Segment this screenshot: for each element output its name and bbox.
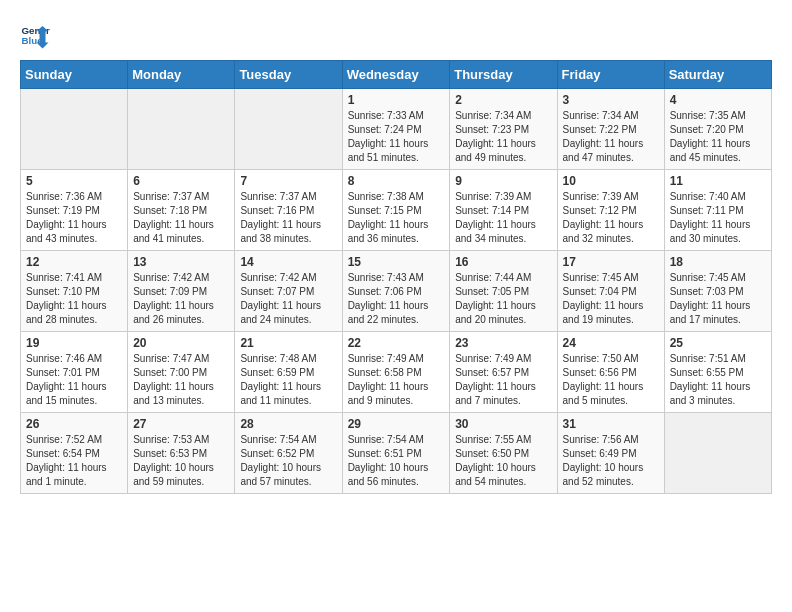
week-row-4: 19Sunrise: 7:46 AM Sunset: 7:01 PM Dayli… [21, 332, 772, 413]
day-info: Sunrise: 7:47 AM Sunset: 7:00 PM Dayligh… [133, 352, 229, 408]
day-number: 5 [26, 174, 122, 188]
day-info: Sunrise: 7:56 AM Sunset: 6:49 PM Dayligh… [563, 433, 659, 489]
calendar-cell: 5Sunrise: 7:36 AM Sunset: 7:19 PM Daylig… [21, 170, 128, 251]
calendar-cell: 19Sunrise: 7:46 AM Sunset: 7:01 PM Dayli… [21, 332, 128, 413]
day-info: Sunrise: 7:52 AM Sunset: 6:54 PM Dayligh… [26, 433, 122, 489]
day-number: 28 [240, 417, 336, 431]
calendar-cell: 13Sunrise: 7:42 AM Sunset: 7:09 PM Dayli… [128, 251, 235, 332]
calendar-cell: 2Sunrise: 7:34 AM Sunset: 7:23 PM Daylig… [450, 89, 557, 170]
day-number: 21 [240, 336, 336, 350]
calendar-cell [235, 89, 342, 170]
calendar-cell: 30Sunrise: 7:55 AM Sunset: 6:50 PM Dayli… [450, 413, 557, 494]
calendar-cell: 6Sunrise: 7:37 AM Sunset: 7:18 PM Daylig… [128, 170, 235, 251]
calendar-cell: 7Sunrise: 7:37 AM Sunset: 7:16 PM Daylig… [235, 170, 342, 251]
calendar-cell: 8Sunrise: 7:38 AM Sunset: 7:15 PM Daylig… [342, 170, 450, 251]
day-header-sunday: Sunday [21, 61, 128, 89]
day-info: Sunrise: 7:37 AM Sunset: 7:18 PM Dayligh… [133, 190, 229, 246]
day-number: 11 [670, 174, 766, 188]
week-row-5: 26Sunrise: 7:52 AM Sunset: 6:54 PM Dayli… [21, 413, 772, 494]
day-number: 22 [348, 336, 445, 350]
day-info: Sunrise: 7:34 AM Sunset: 7:23 PM Dayligh… [455, 109, 551, 165]
week-row-3: 12Sunrise: 7:41 AM Sunset: 7:10 PM Dayli… [21, 251, 772, 332]
day-info: Sunrise: 7:40 AM Sunset: 7:11 PM Dayligh… [670, 190, 766, 246]
calendar-cell: 15Sunrise: 7:43 AM Sunset: 7:06 PM Dayli… [342, 251, 450, 332]
calendar-cell [21, 89, 128, 170]
day-header-monday: Monday [128, 61, 235, 89]
day-info: Sunrise: 7:42 AM Sunset: 7:07 PM Dayligh… [240, 271, 336, 327]
day-info: Sunrise: 7:35 AM Sunset: 7:20 PM Dayligh… [670, 109, 766, 165]
calendar-cell: 4Sunrise: 7:35 AM Sunset: 7:20 PM Daylig… [664, 89, 771, 170]
day-number: 17 [563, 255, 659, 269]
day-number: 31 [563, 417, 659, 431]
calendar-cell: 29Sunrise: 7:54 AM Sunset: 6:51 PM Dayli… [342, 413, 450, 494]
day-number: 26 [26, 417, 122, 431]
calendar-cell: 25Sunrise: 7:51 AM Sunset: 6:55 PM Dayli… [664, 332, 771, 413]
day-number: 20 [133, 336, 229, 350]
day-header-thursday: Thursday [450, 61, 557, 89]
day-header-friday: Friday [557, 61, 664, 89]
calendar-cell: 10Sunrise: 7:39 AM Sunset: 7:12 PM Dayli… [557, 170, 664, 251]
logo: General Blue [20, 20, 50, 50]
calendar-cell: 3Sunrise: 7:34 AM Sunset: 7:22 PM Daylig… [557, 89, 664, 170]
day-number: 10 [563, 174, 659, 188]
calendar-cell: 16Sunrise: 7:44 AM Sunset: 7:05 PM Dayli… [450, 251, 557, 332]
calendar-cell [128, 89, 235, 170]
calendar-cell: 1Sunrise: 7:33 AM Sunset: 7:24 PM Daylig… [342, 89, 450, 170]
calendar-cell: 14Sunrise: 7:42 AM Sunset: 7:07 PM Dayli… [235, 251, 342, 332]
day-number: 3 [563, 93, 659, 107]
day-info: Sunrise: 7:51 AM Sunset: 6:55 PM Dayligh… [670, 352, 766, 408]
day-info: Sunrise: 7:39 AM Sunset: 7:14 PM Dayligh… [455, 190, 551, 246]
day-info: Sunrise: 7:41 AM Sunset: 7:10 PM Dayligh… [26, 271, 122, 327]
calendar-cell: 22Sunrise: 7:49 AM Sunset: 6:58 PM Dayli… [342, 332, 450, 413]
calendar-cell: 24Sunrise: 7:50 AM Sunset: 6:56 PM Dayli… [557, 332, 664, 413]
day-info: Sunrise: 7:43 AM Sunset: 7:06 PM Dayligh… [348, 271, 445, 327]
calendar-cell: 18Sunrise: 7:45 AM Sunset: 7:03 PM Dayli… [664, 251, 771, 332]
calendar-cell: 26Sunrise: 7:52 AM Sunset: 6:54 PM Dayli… [21, 413, 128, 494]
day-number: 7 [240, 174, 336, 188]
logo-icon: General Blue [20, 20, 50, 50]
day-info: Sunrise: 7:55 AM Sunset: 6:50 PM Dayligh… [455, 433, 551, 489]
calendar-cell: 23Sunrise: 7:49 AM Sunset: 6:57 PM Dayli… [450, 332, 557, 413]
day-number: 15 [348, 255, 445, 269]
day-number: 1 [348, 93, 445, 107]
day-number: 16 [455, 255, 551, 269]
day-info: Sunrise: 7:46 AM Sunset: 7:01 PM Dayligh… [26, 352, 122, 408]
day-info: Sunrise: 7:48 AM Sunset: 6:59 PM Dayligh… [240, 352, 336, 408]
day-number: 24 [563, 336, 659, 350]
day-info: Sunrise: 7:33 AM Sunset: 7:24 PM Dayligh… [348, 109, 445, 165]
calendar-cell: 12Sunrise: 7:41 AM Sunset: 7:10 PM Dayli… [21, 251, 128, 332]
day-info: Sunrise: 7:37 AM Sunset: 7:16 PM Dayligh… [240, 190, 336, 246]
day-info: Sunrise: 7:45 AM Sunset: 7:03 PM Dayligh… [670, 271, 766, 327]
day-number: 27 [133, 417, 229, 431]
calendar-body: 1Sunrise: 7:33 AM Sunset: 7:24 PM Daylig… [21, 89, 772, 494]
calendar-table: SundayMondayTuesdayWednesdayThursdayFrid… [20, 60, 772, 494]
day-info: Sunrise: 7:42 AM Sunset: 7:09 PM Dayligh… [133, 271, 229, 327]
day-number: 30 [455, 417, 551, 431]
day-info: Sunrise: 7:34 AM Sunset: 7:22 PM Dayligh… [563, 109, 659, 165]
day-info: Sunrise: 7:49 AM Sunset: 6:57 PM Dayligh… [455, 352, 551, 408]
day-info: Sunrise: 7:39 AM Sunset: 7:12 PM Dayligh… [563, 190, 659, 246]
day-info: Sunrise: 7:53 AM Sunset: 6:53 PM Dayligh… [133, 433, 229, 489]
day-number: 13 [133, 255, 229, 269]
calendar-cell: 20Sunrise: 7:47 AM Sunset: 7:00 PM Dayli… [128, 332, 235, 413]
calendar-header-row: SundayMondayTuesdayWednesdayThursdayFrid… [21, 61, 772, 89]
day-number: 29 [348, 417, 445, 431]
day-info: Sunrise: 7:54 AM Sunset: 6:52 PM Dayligh… [240, 433, 336, 489]
day-info: Sunrise: 7:54 AM Sunset: 6:51 PM Dayligh… [348, 433, 445, 489]
week-row-2: 5Sunrise: 7:36 AM Sunset: 7:19 PM Daylig… [21, 170, 772, 251]
day-info: Sunrise: 7:38 AM Sunset: 7:15 PM Dayligh… [348, 190, 445, 246]
day-info: Sunrise: 7:45 AM Sunset: 7:04 PM Dayligh… [563, 271, 659, 327]
header: General Blue [20, 20, 772, 50]
day-number: 9 [455, 174, 551, 188]
day-number: 4 [670, 93, 766, 107]
calendar-cell [664, 413, 771, 494]
day-number: 25 [670, 336, 766, 350]
day-number: 19 [26, 336, 122, 350]
day-header-wednesday: Wednesday [342, 61, 450, 89]
day-number: 14 [240, 255, 336, 269]
day-number: 12 [26, 255, 122, 269]
day-info: Sunrise: 7:49 AM Sunset: 6:58 PM Dayligh… [348, 352, 445, 408]
day-info: Sunrise: 7:44 AM Sunset: 7:05 PM Dayligh… [455, 271, 551, 327]
week-row-1: 1Sunrise: 7:33 AM Sunset: 7:24 PM Daylig… [21, 89, 772, 170]
calendar-cell: 31Sunrise: 7:56 AM Sunset: 6:49 PM Dayli… [557, 413, 664, 494]
